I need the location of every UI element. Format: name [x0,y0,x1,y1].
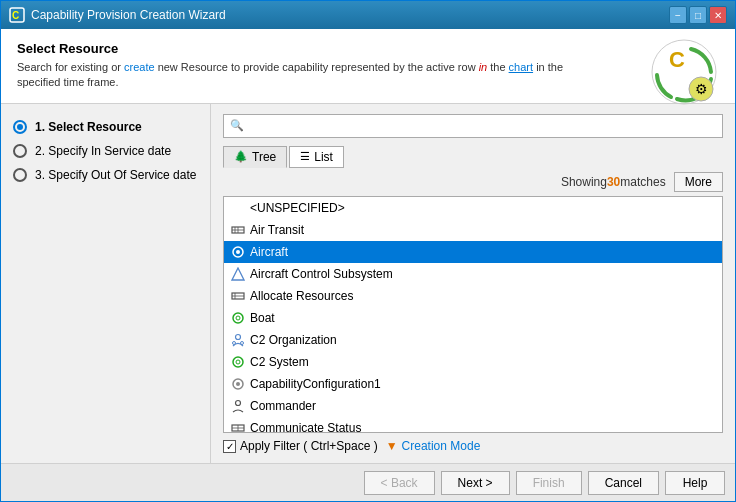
header-section: Select Resource Search for existing or c… [1,29,735,104]
more-button[interactable]: More [674,172,723,192]
svg-point-21 [233,357,243,367]
step-1-item[interactable]: 1. Select Resource [13,120,198,134]
allocate-icon [230,288,246,304]
desc-part1: Search for existing or [17,61,124,73]
svg-point-11 [236,250,240,254]
step-1-label: 1. Select Resource [35,120,142,134]
desc-part3: the [487,61,508,73]
tree-item-capability[interactable]: CapabilityConfiguration1 [224,373,722,395]
tree-item-allocate[interactable]: Allocate Resources [224,285,722,307]
list-tab-label: List [314,150,333,164]
tree-item-unspecified[interactable]: <UNSPECIFIED> [224,197,722,219]
step-2-label: 2. Specify In Service date [35,144,171,158]
showing-suffix: matches [620,175,665,189]
tree-item-commander[interactable]: Commander [224,395,722,417]
tree-container[interactable]: <UNSPECIFIED> Air Transit Aircraft [223,196,723,433]
maximize-button[interactable]: □ [689,6,707,24]
capability-icon [230,376,246,392]
desc-chart-link[interactable]: chart [509,61,533,73]
filter-funnel-icon: ▼ [386,439,398,453]
acs-icon [230,266,246,282]
svg-point-20 [241,341,244,344]
minimize-button[interactable]: − [669,6,687,24]
svg-point-19 [233,341,236,344]
svg-text:⚙: ⚙ [695,81,708,97]
svg-point-17 [236,316,240,320]
header-title: Select Resource [17,41,719,56]
creation-mode-link[interactable]: Creation Mode [402,439,481,453]
tree-item-label: CapabilityConfiguration1 [250,377,381,391]
footer: < Back Next > Finish Cancel Help [1,463,735,501]
tree-item-label: Air Transit [250,223,304,237]
showing-row: Showing 30 matches More [223,172,723,192]
tree-item-label: Allocate Resources [250,289,353,303]
tree-item-label: Boat [250,311,275,325]
content-area: 1. Select Resource 2. Specify In Service… [1,104,735,463]
window-icon: C [9,7,25,23]
search-row: 🔍 [223,114,723,138]
window-controls: − □ ✕ [669,6,727,24]
tree-item-aircraft[interactable]: Aircraft [224,241,722,263]
step-2-radio[interactable] [13,144,27,158]
step-3-label: 3. Specify Out Of Service date [35,168,196,182]
back-button[interactable]: < Back [364,471,435,495]
tree-item-label: Aircraft [250,245,288,259]
aircraft-icon [230,244,246,260]
showing-count: 30 [607,175,620,189]
svg-marker-12 [232,268,244,280]
next-button[interactable]: Next > [441,471,510,495]
step-3-radio[interactable] [13,168,27,182]
svg-text:C: C [669,47,685,72]
tree-item-c2sys[interactable]: C2 System [224,351,722,373]
tree-item-label: Commander [250,399,316,413]
search-icon: 🔍 [230,119,244,132]
main-window: C Capability Provision Creation Wizard −… [0,0,736,502]
c2org-icon [230,332,246,348]
tree-item-label: <UNSPECIFIED> [250,201,345,215]
tabs-row: 🌲 Tree ☰ List [223,146,723,168]
tree-item-boat[interactable]: Boat [224,307,722,329]
tree-tab-icon: 🌲 [234,150,248,163]
step-2-item[interactable]: 2. Specify In Service date [13,144,198,158]
air-transit-icon [230,222,246,238]
tree-item-label: C2 System [250,355,309,369]
resource-panel: 🔍 🌲 Tree ☰ List Showing 30 match [211,104,735,463]
window-title: Capability Provision Creation Wizard [31,8,669,22]
tree-item-air-transit[interactable]: Air Transit [224,219,722,241]
close-button[interactable]: ✕ [709,6,727,24]
desc-create-link[interactable]: create [124,61,155,73]
header-decorative-icon: C ⚙ [649,37,719,107]
help-button[interactable]: Help [665,471,725,495]
svg-point-25 [236,400,241,405]
desc-in: in [479,61,488,73]
search-input[interactable] [248,119,716,133]
svg-point-22 [236,360,240,364]
filter-checkbox[interactable]: ✓ [223,440,236,453]
search-box[interactable]: 🔍 [223,114,723,138]
title-bar: C Capability Provision Creation Wizard −… [1,1,735,29]
tree-item-label: Communicate Status [250,421,361,433]
tree-item-communicate[interactable]: Communicate Status [224,417,722,433]
tree-tab-label: Tree [252,150,276,164]
step-3-item[interactable]: 3. Specify Out Of Service date [13,168,198,182]
header-description: Search for existing or create new Resour… [17,60,577,91]
filter-checkbox-item[interactable]: ✓ Apply Filter ( Ctrl+Space ) [223,439,378,453]
boat-icon [230,310,246,326]
tab-list[interactable]: ☰ List [289,146,344,168]
tree-item-label: C2 Organization [250,333,337,347]
tree-item-c2org[interactable]: C2 Organization [224,329,722,351]
cancel-button[interactable]: Cancel [588,471,659,495]
svg-point-16 [233,313,243,323]
c2sys-icon [230,354,246,370]
filter-label: Apply Filter ( Ctrl+Space ) [240,439,378,453]
tree-item-acs[interactable]: Aircraft Control Subsystem [224,263,722,285]
step-1-radio[interactable] [13,120,27,134]
filter-row: ✓ Apply Filter ( Ctrl+Space ) ▼ Creation… [223,439,723,453]
list-tab-icon: ☰ [300,150,310,163]
commander-icon [230,398,246,414]
steps-panel: 1. Select Resource 2. Specify In Service… [1,104,211,463]
desc-part2: new Resource to provide capability repre… [155,61,479,73]
svg-point-18 [236,334,241,339]
tab-tree[interactable]: 🌲 Tree [223,146,287,168]
finish-button[interactable]: Finish [516,471,582,495]
